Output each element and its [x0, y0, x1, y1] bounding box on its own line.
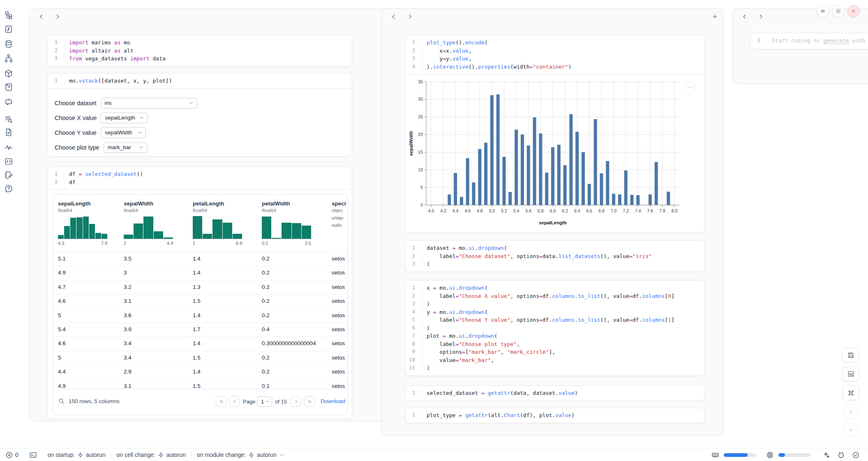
code-line[interactable]: 1plot_type = getattr(alt.Chart(df), plot… [405, 411, 704, 420]
code-line[interactable]: 2import altair as alt [48, 47, 352, 55]
sidebar-logs-icon[interactable] [4, 83, 13, 92]
cell-dataset-dropdown-editor[interactable]: 1dataset = mo.ui.dropdown(2 label="Choos… [405, 241, 704, 272]
runmode-3[interactable]: on module change:autorun [197, 452, 284, 458]
code-line[interactable]: 6) [405, 324, 704, 332]
runmode-1[interactable]: on startup:autorun [48, 452, 106, 458]
column1-scroll-left-button[interactable] [36, 11, 46, 22]
sidebar-file-explorer-icon[interactable] [4, 11, 13, 20]
table-row[interactable]: 53.41.50.2setos [53, 351, 348, 365]
table-row[interactable]: 53.61.40.2setos [53, 309, 348, 323]
column2-scroll-left-button[interactable] [388, 11, 399, 22]
table-row[interactable]: 5.13.51.40.2setos [53, 252, 348, 266]
code-line[interactable]: 1plot_type().encode( [405, 39, 704, 47]
cell-dataframe-editor[interactable]: 1df = selected_dataset()2df [48, 167, 352, 190]
column-header-speci[interactable]: speciobjecuniqunulls: [332, 201, 348, 228]
sidebar-snippets-icon[interactable] [4, 128, 13, 137]
prev-page-button[interactable] [229, 396, 240, 407]
choose-dataset-select[interactable]: iris [101, 98, 197, 108]
choose-y-value-select[interactable]: sepalWidth [101, 127, 146, 138]
connection-status-icon[interactable] [852, 451, 860, 459]
page-select[interactable]: 1 [257, 396, 272, 407]
code-line[interactable]: 2 x=x.value, [405, 47, 704, 55]
first-page-button[interactable] [216, 396, 226, 407]
code-line[interactable]: 5 label="Choose Y value", options=df.col… [405, 316, 704, 324]
sidebar-scratchpad-icon[interactable] [4, 171, 13, 180]
sidebar-tracing-icon[interactable] [4, 143, 13, 152]
code-line[interactable]: 3) [405, 300, 704, 308]
column3-scroll-right-button[interactable] [755, 11, 766, 22]
code-line[interactable]: 3) [405, 260, 704, 268]
choose-plot-type-select[interactable]: mark_bar [104, 142, 147, 153]
code-line[interactable]: 11) [405, 364, 704, 372]
code-line[interactable]: 4).interactive().properties(width="conta… [405, 63, 704, 71]
code-line[interactable]: 4y = mo.ui.dropdown( [405, 308, 704, 316]
cell-plot-type-editor[interactable]: 1plot_type = getattr(alt.Chart(df), plot… [405, 408, 704, 423]
fold-marker[interactable] [415, 332, 420, 340]
sidebar-documentation-icon[interactable] [4, 115, 13, 124]
cpu-icon[interactable] [766, 451, 774, 459]
cell-selected-dataset[interactable]: 1selected_dataset = getattr(data, datase… [405, 385, 705, 401]
sidebar-outputs-icon[interactable] [4, 157, 13, 166]
code-line[interactable]: 3 y=y.value, [405, 55, 704, 63]
column2-add-cell-button[interactable] [709, 11, 720, 22]
fold-marker[interactable] [415, 244, 420, 252]
save-button[interactable] [842, 348, 859, 362]
table-row[interactable]: 4.73.21.30.2setos [53, 280, 348, 294]
code-line[interactable]: 1dataset = mo.ui.dropdown( [405, 244, 704, 252]
column-histogram[interactable] [58, 215, 107, 239]
code-line[interactable]: 1df = selected_dataset() [48, 170, 352, 178]
column3-scroll-left-button[interactable] [739, 11, 750, 22]
sidebar-dependency-graph-icon[interactable] [4, 54, 13, 63]
cell-dataset-dropdown[interactable]: 1dataset = mo.ui.dropdown(2 label="Choos… [405, 240, 705, 272]
cell-vstack[interactable]: 1mo.vstack([dataset, x, y, plot]) Choose… [47, 73, 352, 157]
assistant-icon[interactable] [837, 451, 845, 459]
column-header-petalWidth[interactable]: petalWidthfloat640.12.5 [262, 201, 323, 246]
notebook-menu-button[interactable] [817, 5, 829, 17]
cell-vstack-editor[interactable]: 1mo.vstack([dataset, x, y, plot]) [48, 74, 352, 89]
code-line[interactable]: 1mo.vstack([dataset, x, y, plot]) [48, 77, 352, 85]
ai-sparkles-icon[interactable] [822, 451, 830, 459]
code-line[interactable]: 2 label="Choose X value", options=df.col… [405, 292, 704, 300]
column-header-sepalLength[interactable]: sepalLengthfloat644.37.9 [58, 201, 120, 246]
cell-imports-editor[interactable]: 1import marimo as mo2import altair as al… [48, 35, 352, 66]
errors-icon[interactable] [5, 451, 13, 459]
next-page-button[interactable] [291, 396, 301, 407]
download-button[interactable]: Download [321, 398, 348, 404]
fold-marker[interactable] [415, 39, 420, 47]
column-header-petalLength[interactable]: petalLengthfloat6416.9 [193, 201, 254, 246]
code-line[interactable]: 1x = mo.ui.dropdown( [405, 284, 704, 292]
column-header-sepalWidth[interactable]: sepalWidthfloat6424.4 [124, 201, 185, 246]
stop-kernel-button[interactable] [843, 404, 858, 419]
chart-menu-button[interactable] [683, 81, 696, 94]
sidebar-variables-icon[interactable] [4, 25, 13, 34]
shutdown-button[interactable] [847, 5, 860, 17]
last-page-button[interactable] [304, 396, 315, 407]
table-row[interactable]: 4.63.41.40.3000000000000004setos [53, 337, 348, 350]
code-line[interactable]: 2df [48, 178, 352, 187]
cell-imports[interactable]: 1import marimo as mo2import altair as al… [47, 35, 352, 67]
column-histogram[interactable] [193, 215, 242, 239]
cell-plot-type[interactable]: 1plot_type = getattr(alt.Chart(df), plot… [405, 408, 705, 423]
code-line[interactable]: 1import marimo as mo [48, 39, 352, 47]
sidebar-help-icon[interactable] [4, 184, 13, 193]
column1-scroll-right-button[interactable] [52, 11, 63, 22]
code-line[interactable]: 1selected_dataset = getattr(data, datase… [405, 389, 704, 397]
table-row[interactable]: 5.43.91.70.4setos [53, 323, 348, 337]
editor-placeholder[interactable]: Start coding or generate with [772, 37, 865, 44]
memory-icon[interactable] [711, 451, 719, 459]
terminal-icon[interactable] [29, 451, 37, 459]
code-line[interactable]: 8 label="Choose plot type", [405, 340, 704, 348]
cell-selected-dataset-editor[interactable]: 1selected_dataset = getattr(data, datase… [405, 386, 704, 401]
cell-empty[interactable]: 1 Start coding or generate with [750, 33, 868, 49]
code-line[interactable]: 7plot = mo.ui.dropdown( [405, 332, 704, 340]
sidebar-packages-icon[interactable] [4, 69, 13, 78]
sidebar-ai-chat-icon[interactable] [4, 97, 13, 106]
column2-scroll-right-button[interactable] [404, 11, 415, 22]
chart-output[interactable]: 4.04.24.44.64.85.05.25.45.65.86.06.26.46… [408, 76, 696, 230]
code-line[interactable]: 9 options=["mark_bar", "mark_circle"], [405, 348, 704, 356]
settings-button[interactable] [832, 5, 845, 17]
cell-plot-editor[interactable]: 1plot_type().encode(2 x=x.value,3 y=y.va… [405, 35, 704, 74]
table-search-icon[interactable] [58, 398, 65, 405]
table-row[interactable]: 4.931.40.2setos [53, 266, 348, 280]
runmode-2[interactable]: on cell change:autorun [116, 452, 186, 458]
